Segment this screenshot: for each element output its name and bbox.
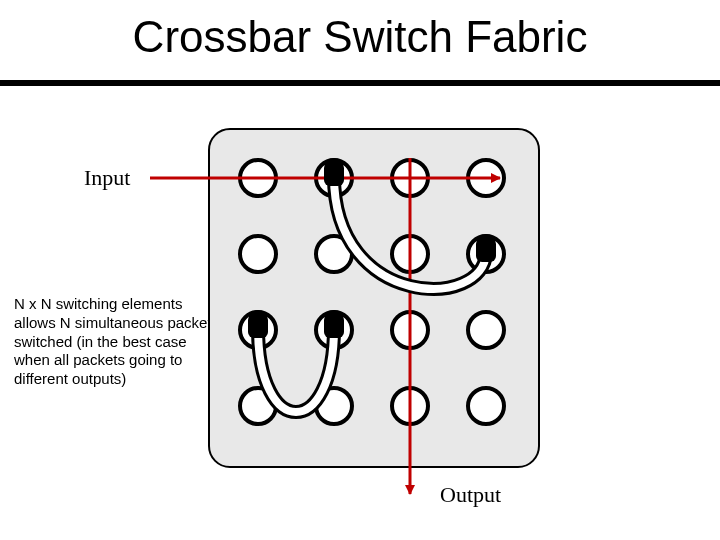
switch-node (238, 158, 278, 198)
switch-node (466, 158, 506, 198)
connector-nub (324, 310, 344, 338)
slide: Crossbar Switch Fabric Input Output N x … (0, 0, 720, 540)
switch-node (390, 158, 430, 198)
switch-node (466, 310, 506, 350)
switch-node (238, 234, 278, 274)
connector-nub (248, 310, 268, 338)
description-text: N x N switching elements allows N simult… (14, 295, 224, 389)
switch-node (314, 386, 354, 426)
output-label: Output (440, 482, 501, 508)
switch-node (238, 386, 278, 426)
switch-node (314, 234, 354, 274)
switch-node (390, 310, 430, 350)
input-label: Input (84, 165, 130, 191)
title-underline (0, 80, 720, 86)
connector-nub (476, 234, 496, 262)
switch-node (390, 234, 430, 274)
connector-nub (324, 158, 344, 186)
page-title: Crossbar Switch Fabric (0, 12, 720, 62)
switch-node (466, 386, 506, 426)
switch-node (390, 386, 430, 426)
